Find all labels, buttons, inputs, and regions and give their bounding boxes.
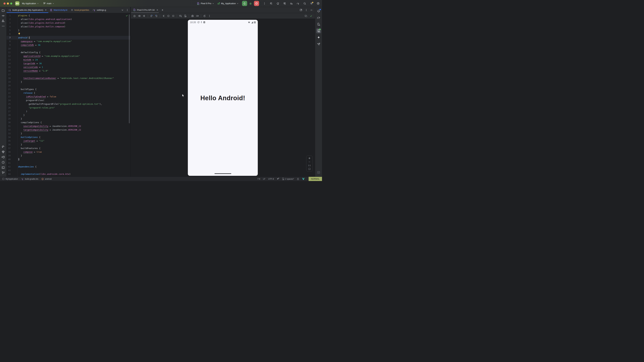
more-tool-windows-button[interactable] (1, 24, 5, 28)
gradle-sync-button[interactable] (296, 2, 300, 5)
tab-build-gradle-kts[interactable]: build.gradle.kts (My Application) ✕ (6, 7, 48, 13)
breadcrumb-project[interactable]: MyApplication (6, 178, 18, 180)
device-settings-button[interactable] (184, 14, 187, 17)
app-quality-insights-tool-button[interactable] (1, 150, 5, 154)
device-manager-tool-button[interactable] (316, 22, 321, 27)
code-line-39[interactable]: 39 } (6, 154, 130, 158)
code-line-38[interactable]: 38 compose = true (6, 150, 130, 154)
tab-options-kebab-icon[interactable] (126, 9, 128, 11)
close-window-button[interactable] (4, 2, 6, 4)
rotate-right-button[interactable] (155, 14, 158, 17)
code-line-32[interactable]: 32 targetCompatibility = JavaVersion.VER… (6, 128, 130, 132)
tab-scrollbar[interactable] (131, 12, 159, 13)
code-line-26[interactable]: 26 "proguard-rules.pro" (6, 106, 130, 110)
code-line-5[interactable]: 5} (6, 28, 130, 32)
ideavim-icon[interactable] (302, 178, 305, 180)
emulator-more-kebab-icon[interactable] (208, 14, 211, 17)
hide-panel-icon[interactable] (310, 9, 312, 11)
zoom-in-button[interactable] (308, 157, 310, 159)
code-line-18[interactable]: 18 testInstrumentationRunner = "androidx… (6, 76, 130, 80)
code-line-12[interactable]: 12 applicationId = "com.example.myapplic… (6, 54, 130, 58)
code-line-37[interactable]: 37 buildFeatures { (6, 146, 130, 150)
code-line-36[interactable]: 36 } (6, 143, 130, 146)
code-line-33[interactable]: 33 } (6, 132, 130, 135)
logcat-tool-button[interactable] (1, 155, 5, 159)
rerun-app-button[interactable] (242, 1, 247, 6)
breadcrumb-element[interactable]: android (45, 178, 52, 180)
device-selector[interactable]: Pixel 9 Pro (197, 2, 214, 5)
add-device-tab-button[interactable]: + (160, 8, 165, 12)
stop-app-button[interactable] (254, 1, 259, 6)
code-line-27[interactable]: 27 ) (6, 110, 130, 113)
file-writable-unlock-icon[interactable] (297, 178, 299, 180)
reset-button[interactable] (203, 14, 206, 17)
code-line-34[interactable]: 34 kotlinOptions { (6, 135, 130, 139)
code-line-6[interactable]: 6 (6, 32, 130, 36)
code-line-25[interactable]: 25 getDefaultProguardFile("proguard-andr… (6, 102, 130, 106)
code-line-23[interactable]: 23 isMinifyEnabled = false (6, 95, 130, 98)
tab-local-properties[interactable]: local.properties (69, 7, 91, 13)
code-line-14[interactable]: 14 targetSdk = 36 (6, 62, 130, 65)
more-actions-menu[interactable] (263, 2, 266, 5)
power-button[interactable] (133, 14, 136, 17)
close-tab-icon[interactable]: ✕ (45, 9, 47, 11)
vim-mode-badge[interactable]: NORMAL (308, 177, 322, 181)
code-line-22[interactable]: 22 release { (6, 91, 130, 95)
volume-up-button[interactable] (138, 14, 141, 17)
debug-app-button[interactable] (249, 2, 252, 5)
tab-pixel-9-pro-api-34[interactable]: Pixel 9 Pro API 34 ✕ (131, 8, 160, 11)
code-line-43[interactable]: 43 (6, 169, 130, 172)
code-line-3[interactable]: 3 alias(libs.plugins.kotlin.android) (6, 21, 130, 25)
tab-list-chevron-icon[interactable] (121, 9, 124, 11)
zoom-window-button[interactable] (10, 2, 12, 4)
code-line-21[interactable]: 21 buildTypes { (6, 87, 130, 91)
code-line-8[interactable]: 8 namespace = "com.example.myapplication… (6, 39, 130, 43)
app-insights-tool-button[interactable] (316, 41, 321, 46)
code-line-7[interactable]: 7android { (6, 36, 130, 39)
run-configuration-selector[interactable]: My_Application (217, 2, 238, 5)
volume-down-button[interactable] (143, 14, 146, 17)
zoom-ratio-button[interactable]: 1:1 (308, 164, 310, 166)
code-line-2[interactable]: 2 alias(libs.plugins.android.application… (6, 17, 130, 21)
terminal-tool-button[interactable] (1, 166, 5, 169)
code-line-9[interactable]: 9 compileSdk = 36 (6, 43, 130, 47)
code-line-44[interactable]: 44 implementation(libs.androidx.core.ktx… (6, 172, 130, 176)
back-button[interactable] (162, 14, 165, 17)
code-line-20[interactable]: 20 (6, 84, 130, 87)
panel-options-kebab-icon[interactable] (305, 9, 307, 11)
resource-manager-tool-button[interactable] (1, 19, 5, 23)
hardware-input-button[interactable] (179, 14, 182, 17)
problems-tool-button[interactable] (1, 161, 5, 164)
code-line-1[interactable]: 1plugins { (6, 14, 130, 17)
code-line-15[interactable]: 15 versionCode = 1 (6, 65, 130, 69)
screenshot-button[interactable] (191, 14, 194, 17)
settings-button[interactable] (310, 2, 313, 5)
build-tool-button[interactable] (1, 145, 5, 149)
ai-assist-disabled-icon[interactable] (277, 178, 279, 180)
project-window-icon[interactable] (2, 178, 4, 180)
profiler-button[interactable] (283, 2, 286, 5)
code-line-30[interactable]: 30 compileOptions { (6, 121, 130, 124)
window-layouts-button[interactable] (316, 170, 321, 175)
zoom-out-button[interactable] (308, 161, 310, 163)
overview-button[interactable] (172, 14, 174, 17)
project-widget[interactable]: MA My Application (15, 1, 39, 5)
vcs-branch-widget[interactable]: main (43, 2, 54, 5)
minimize-window-button[interactable] (7, 2, 9, 4)
code-editor[interactable]: 1plugins {2 alias(libs.plugins.android.a… (6, 13, 130, 177)
home-indicator[interactable] (214, 173, 231, 174)
code-line-10[interactable]: 10 (6, 47, 130, 51)
tab-settings-gradle[interactable]: settings.g (91, 7, 108, 13)
commit-tool-button[interactable] (1, 14, 5, 17)
indent-widget[interactable]: 2 spaces* (282, 178, 294, 180)
code-line-28[interactable]: 28 } (6, 113, 130, 117)
gemini-tool-button[interactable] (316, 35, 321, 40)
line-ending-widget[interactable]: LF (263, 178, 265, 180)
open-in-window-icon[interactable] (300, 9, 302, 11)
breadcrumb-file[interactable]: build.gradle.kts (25, 178, 38, 180)
code-line-29[interactable]: 29 } (6, 117, 130, 121)
account-button[interactable] (317, 2, 320, 5)
tab-mainactivity-kt[interactable]: MainActivity.kt (48, 7, 69, 13)
close-tab-icon[interactable]: ✕ (156, 9, 158, 11)
editor-scrollbar[interactable] (129, 14, 130, 123)
